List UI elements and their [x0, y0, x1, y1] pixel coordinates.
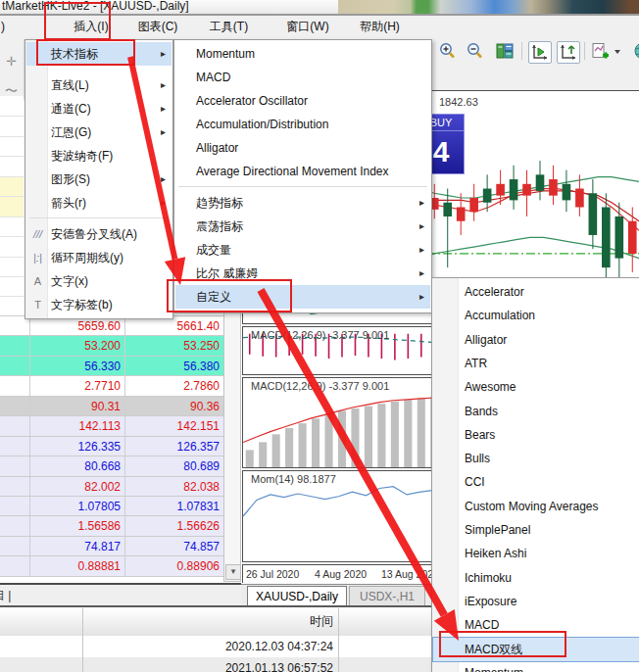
- market-watch-row[interactable]: 2.77102.7860: [0, 376, 223, 396]
- insert-menu-item-1[interactable]: 直线(L)▸: [26, 73, 172, 97]
- indicator-submenu-item-2[interactable]: Accelerator Oscillator: [175, 89, 430, 113]
- tab-xauusd-daily[interactable]: XAUUSD-,Daily: [247, 586, 347, 606]
- market-watch-row[interactable]: 5659.605661.40: [0, 316, 223, 336]
- submenu-arrow-icon: ▸: [161, 97, 166, 120]
- custom-menu-item-16[interactable]: Momentum: [433, 661, 639, 672]
- menubar-item-3[interactable]: 窗口(W): [277, 16, 338, 38]
- market-watch-row[interactable]: 142.113142.151: [0, 416, 223, 436]
- submenu-arrow-icon: ▸: [161, 42, 166, 66]
- market-watch-row[interactable]: 56.33056.380: [0, 357, 223, 376]
- macd2-label: MACD(12,26,9) -3.377 9.001: [251, 380, 389, 392]
- symbol-cell: [0, 537, 30, 555]
- custom-menu-item-14[interactable]: MACD: [433, 613, 639, 637]
- time-column-header[interactable]: 时间: [82, 608, 333, 635]
- chart-shift-icon[interactable]: [528, 41, 552, 64]
- zoom-in-icon[interactable]: [437, 41, 459, 62]
- custom-menu-item-15[interactable]: MACD双线: [433, 638, 639, 661]
- bid-cell: 82.002: [30, 477, 125, 496]
- custom-menu-label: Awesome: [433, 380, 516, 394]
- tile-windows-icon[interactable]: [494, 41, 516, 62]
- symbol-cell: [0, 497, 30, 515]
- insert-menu-item-8[interactable]: ///安德鲁分叉线(A): [26, 222, 172, 246]
- custom-menu-item-13[interactable]: iExposure: [433, 590, 639, 613]
- custom-menu-item-11[interactable]: Heiken Ashi: [433, 542, 639, 565]
- market-watch-symbol-cell: [0, 257, 24, 277]
- indicator-submenu-item-3[interactable]: Accumulation/Distribution: [175, 113, 430, 136]
- indicator-submenu-item-8[interactable]: 震荡指标▸: [175, 215, 430, 238]
- custom-menu-item-2[interactable]: Alligator: [433, 328, 639, 352]
- menubar-item-1[interactable]: 图表(C): [127, 16, 188, 38]
- insert-menu-item-0[interactable]: 技术指标▸: [26, 42, 172, 66]
- custom-menu-label: Bands: [433, 405, 498, 418]
- symbol-cell: [0, 556, 30, 575]
- custom-menu-label: CCI: [433, 475, 485, 489]
- crosshair-icon[interactable]: ✛: [3, 53, 20, 70]
- insert-menu-item-4[interactable]: 斐波纳奇(F): [26, 144, 172, 168]
- custom-menu-label: Bulls: [433, 452, 490, 465]
- bid-cell: 80.668: [30, 456, 125, 475]
- market-watch-row[interactable]: 90.3190.36: [0, 397, 223, 416]
- indicator-submenu-item-0[interactable]: Momentum: [175, 42, 430, 66]
- market-watch-row[interactable]: 80.66880.689: [0, 456, 223, 476]
- dropdown-caret-icon[interactable]: [613, 41, 622, 62]
- market-watch-row[interactable]: 82.00282.038: [0, 477, 223, 497]
- market-watch-scrollbar[interactable]: ▾: [223, 297, 241, 582]
- menubar-item-4[interactable]: 帮助(H): [348, 16, 412, 38]
- insert-menu-item-6[interactable]: 箭头(r)▸: [26, 191, 172, 215]
- zoom-out-icon[interactable]: [465, 41, 486, 62]
- bid-cell: 56.330: [30, 357, 125, 375]
- market-watch-row[interactable]: 74.81774.857: [0, 537, 223, 556]
- custom-menu-item-12[interactable]: Ichimoku: [433, 566, 639, 590]
- symbol-cell: [0, 336, 30, 355]
- column-divider: [82, 636, 83, 657]
- indicator-submenu-item-5[interactable]: Average Directional Movement Index: [175, 160, 430, 183]
- history-time: 2021.01.13 06:57:52: [82, 657, 333, 672]
- chart-autoscroll-icon[interactable]: [557, 41, 580, 64]
- insert-menu-item-9[interactable]: |:|循环周期线(y): [26, 246, 172, 269]
- insert-menu-item-10[interactable]: A文字(x): [26, 269, 172, 293]
- custom-menu-item-6[interactable]: Bears: [433, 423, 639, 447]
- insert-menu-label: 箭头(r): [26, 196, 86, 210]
- insert-menu-item-11[interactable]: T文字标签(b): [26, 293, 172, 316]
- custom-menu-item-9[interactable]: Custom Moving Averages: [433, 495, 639, 518]
- indicator-submenu-label: 成交量: [175, 243, 231, 257]
- custom-menu-item-7[interactable]: Bulls: [433, 447, 639, 470]
- ask-cell: 2.7860: [125, 376, 223, 395]
- menubar-item-0[interactable]: 插入(I): [67, 16, 116, 38]
- insert-menu-item-2[interactable]: 通道(C)▸: [26, 97, 172, 120]
- custom-menu-item-3[interactable]: ATR: [433, 352, 639, 375]
- custom-menu-label: MACD: [433, 618, 499, 632]
- indicator-submenu-item-1[interactable]: MACD: [175, 66, 430, 89]
- custom-menu-item-0[interactable]: Accelerator: [433, 280, 639, 304]
- indicator-submenu-item-10[interactable]: 比尔 威廉姆▸: [175, 262, 430, 285]
- market-watch-row[interactable]: 1.565861.56626: [0, 516, 223, 536]
- custom-menu-item-4[interactable]: Awesome: [433, 375, 639, 399]
- column-divider: [338, 608, 339, 636]
- indicator-submenu-item-7[interactable]: 趋势指标▸: [175, 191, 430, 215]
- menubar-item-2[interactable]: 工具(T): [199, 16, 259, 38]
- market-watch-symbol-cell: [0, 116, 24, 136]
- menubar-item-clipped[interactable]: ): [1, 16, 5, 38]
- indicator-submenu-item-4[interactable]: Alligator: [175, 136, 430, 160]
- custom-menu-item-5[interactable]: Bands: [433, 400, 639, 423]
- indicator-submenu-label: 趋势指标: [175, 196, 243, 210]
- insert-menu-item-3[interactable]: 江恩(G)▸: [26, 120, 172, 144]
- insert-menu-item-5[interactable]: 图形(S)▸: [26, 168, 172, 191]
- insert-menu-label: 循环周期线(y): [26, 251, 123, 264]
- market-watch-row[interactable]: 0.888810.88906: [0, 556, 223, 576]
- ask-cell: 126.357: [125, 437, 223, 456]
- custom-menu-item-1[interactable]: Accumulation: [433, 304, 639, 327]
- scroll-down-icon[interactable]: ▾: [225, 564, 241, 580]
- tab-usdx-h1[interactable]: USDX-,H1: [349, 586, 425, 606]
- macd1-label: MACD(12,26,9) -3.377 9.001: [251, 329, 389, 341]
- globe-icon[interactable]: [629, 41, 639, 62]
- menu-bar: ) 插入(I)图表(C)工具(T)窗口(W)帮助(H): [0, 16, 639, 40]
- market-watch-row[interactable]: 53.20053.250: [0, 336, 223, 356]
- add-indicator-icon[interactable]: [589, 41, 611, 62]
- indicator-submenu-item-9[interactable]: 成交量▸: [175, 238, 430, 262]
- custom-menu-item-8[interactable]: CCI: [433, 470, 639, 494]
- market-watch-row[interactable]: 1.078051.07831: [0, 497, 223, 516]
- indicator-submenu-item-11[interactable]: 自定义▸: [175, 285, 430, 309]
- market-watch-row[interactable]: 126.335126.357: [0, 437, 223, 456]
- custom-menu-item-10[interactable]: SimplePanel: [433, 518, 639, 542]
